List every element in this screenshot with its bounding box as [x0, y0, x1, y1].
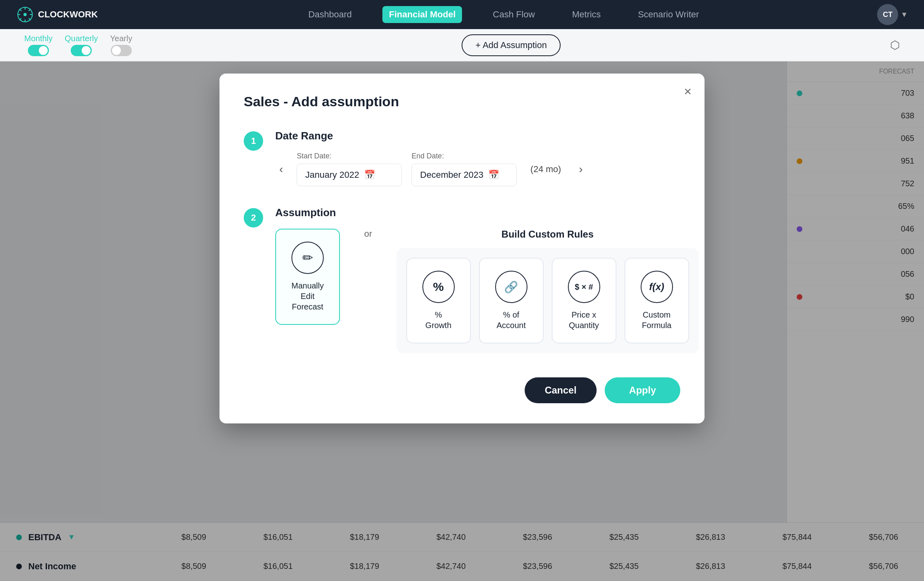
avatar[interactable]: CT [877, 4, 898, 25]
modal-footer: Cancel Apply [244, 377, 680, 403]
toggle-group: Monthly Quarterly Yearly [24, 34, 132, 56]
date-range: ‹ Start Date: January 2022 📅 End Date: [275, 152, 680, 186]
cancel-button[interactable]: Cancel [525, 377, 597, 403]
step-2-title: Assumption [275, 206, 699, 219]
add-assumption-button[interactable]: + Add Assumption [462, 34, 561, 56]
nav-cash-flow[interactable]: Cash Flow [486, 6, 541, 23]
3d-box-icon: ⬡ [890, 38, 900, 52]
next-date-button[interactable]: › [575, 161, 586, 177]
step-1-number: 1 [244, 131, 263, 151]
start-date-field: Start Date: January 2022 📅 [297, 152, 402, 186]
modal-title-bold: Sales [244, 94, 280, 109]
logo-text: CLOCKWORK [38, 9, 98, 20]
pencil-icon: ✏ [291, 242, 324, 274]
percent-growth-option[interactable]: % % Growth [406, 258, 471, 343]
yearly-toggle[interactable] [111, 45, 132, 56]
percent-growth-label: % Growth [422, 309, 456, 330]
nav-financial-model[interactable]: Financial Model [382, 6, 462, 23]
nav-links: Dashboard Financial Model Cash Flow Metr… [130, 6, 877, 23]
prev-date-button[interactable]: ‹ [275, 161, 287, 177]
end-date-input[interactable]: December 2023 📅 [411, 164, 517, 186]
avatar-chevron-icon: ▼ [901, 11, 908, 19]
percent-account-option[interactable]: 🔗 % of Account [479, 258, 544, 343]
monthly-toggle[interactable] [28, 45, 49, 56]
price-qty-icon: $ × # [568, 271, 600, 303]
formula-icon: f(x) [641, 271, 673, 303]
end-date-label: End Date: [411, 152, 517, 160]
svg-point-1 [23, 13, 27, 16]
modal-overlay: × Sales - Add assumption 1 Date Range ‹ … [0, 61, 924, 581]
step-2-content: Assumption ✏ Manually EditForecast or Bu… [275, 206, 699, 353]
end-date-value: December 2023 [420, 170, 483, 180]
main-content: FORECAST 703 638 065 951 752 65% 046 000… [0, 61, 924, 581]
end-date-field: End Date: December 2023 📅 [411, 152, 517, 186]
yearly-label: Yearly [110, 34, 132, 43]
step-2-number: 2 [244, 208, 263, 227]
start-date-value: January 2022 [305, 170, 359, 180]
start-calendar-icon: 📅 [364, 170, 375, 180]
step-2: 2 Assumption ✏ Manually EditForecast or … [244, 206, 680, 353]
end-calendar-icon: 📅 [488, 170, 499, 180]
toggle-monthly: Monthly [24, 34, 53, 56]
toggle-quarterly: Quarterly [65, 34, 98, 56]
modal-close-button[interactable]: × [684, 85, 692, 98]
percent-icon: % [422, 271, 455, 303]
modal-title: Sales - Add assumption [244, 94, 680, 109]
manual-edit-label: Manually EditForecast [291, 280, 325, 312]
link-icon: 🔗 [495, 271, 527, 303]
modal: × Sales - Add assumption 1 Date Range ‹ … [219, 74, 705, 423]
start-date-label: Start Date: [297, 152, 402, 160]
apply-button[interactable]: Apply [605, 377, 680, 403]
custom-rules-section: Build Custom Rules % % Growth 🔗 % of Acc… [397, 229, 699, 353]
step-1-content: Date Range ‹ Start Date: January 2022 📅 … [275, 130, 680, 186]
quarterly-toggle[interactable] [71, 45, 92, 56]
or-separator: or [364, 229, 372, 239]
nav-scenario-writer[interactable]: Scenario Writer [631, 6, 705, 23]
logo-icon [16, 6, 34, 23]
monthly-label: Monthly [24, 34, 53, 43]
custom-formula-label: Custom Formula [640, 309, 674, 330]
navbar: CLOCKWORK Dashboard Financial Model Cash… [0, 0, 924, 29]
nav-metrics[interactable]: Metrics [565, 6, 607, 23]
assumption-section: ✏ Manually EditForecast or Build Custom … [275, 229, 699, 353]
duration-text: (24 mo) [530, 164, 561, 175]
price-quantity-label: Price x Quantity [567, 309, 601, 330]
custom-formula-option[interactable]: f(x) Custom Formula [624, 258, 689, 343]
toolbar: Monthly Quarterly Yearly + Add Assumptio… [0, 29, 924, 61]
logo: CLOCKWORK [16, 6, 98, 23]
custom-rules-title: Build Custom Rules [397, 229, 699, 240]
percent-account-label: % of Account [494, 309, 528, 330]
modal-title-rest: - Add assumption [280, 94, 399, 109]
step-1: 1 Date Range ‹ Start Date: January 2022 … [244, 130, 680, 186]
manual-edit-option[interactable]: ✏ Manually EditForecast [275, 229, 340, 325]
custom-rules-grid: % % Growth 🔗 % of Account $ × # Price x … [397, 248, 699, 353]
nav-dashboard[interactable]: Dashboard [302, 6, 359, 23]
toggle-yearly: Yearly [110, 34, 132, 56]
quarterly-label: Quarterly [65, 34, 98, 43]
price-quantity-option[interactable]: $ × # Price x Quantity [552, 258, 616, 343]
step-1-title: Date Range [275, 130, 680, 142]
start-date-input[interactable]: January 2022 📅 [297, 164, 402, 186]
